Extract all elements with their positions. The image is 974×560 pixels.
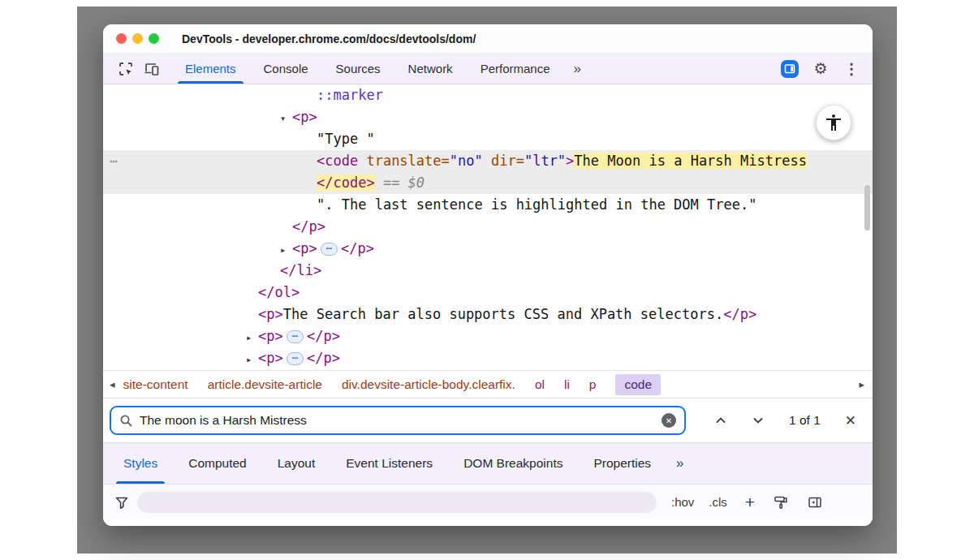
dom-attribute-value: "no"	[450, 153, 483, 169]
zoom-window-button[interactable]	[149, 33, 159, 44]
close-search-icon[interactable]: ✕	[845, 412, 856, 429]
disclosure-arrow-icon[interactable]: ▸	[246, 349, 258, 370]
tab-console[interactable]: Console	[250, 54, 322, 84]
search-highlight-tag: </code>	[317, 174, 375, 191]
settings-gear-icon[interactable]: ⚙	[808, 59, 834, 78]
breadcrumb-ol[interactable]: ol	[535, 377, 545, 392]
disclosure-arrow-icon[interactable]: ▾	[280, 108, 292, 130]
inline-expand-ellipsis-button[interactable]: ⋯	[321, 243, 338, 256]
dom-text: "Type "	[317, 131, 375, 147]
show-computed-sidebar-icon[interactable]	[807, 494, 823, 510]
style-filter-input[interactable]	[137, 492, 657, 513]
tab-layout[interactable]: Layout	[262, 443, 331, 484]
dom-tag: <code	[317, 153, 358, 169]
disclosure-arrow-icon[interactable]: ▸	[280, 239, 292, 261]
disclosure-arrow-icon[interactable]: ▸	[246, 327, 258, 349]
dom-tag: </li>	[280, 262, 321, 278]
breadcrumb-div-devsite-article-body-clearfix[interactable]: div.devsite-article-body.clearfix.	[342, 377, 515, 392]
breadcrumb-p[interactable]: p	[589, 377, 597, 392]
element-classes-button[interactable]: .cls	[709, 495, 727, 509]
dom-tree-node[interactable]: </li>	[103, 260, 873, 282]
paint-format-icon[interactable]	[773, 494, 789, 510]
close-window-button[interactable]	[116, 33, 127, 44]
vertical-scrollbar[interactable]	[864, 185, 870, 230]
dom-tag: </p>	[307, 328, 340, 344]
new-style-rule-button[interactable]: +	[745, 493, 755, 510]
search-icon	[119, 414, 133, 428]
more-sidebar-tabs-icon[interactable]: »	[666, 443, 693, 484]
inline-expand-ellipsis-button[interactable]: ⋯	[287, 330, 304, 343]
more-options-kebab-icon[interactable]: ⋮	[838, 60, 864, 78]
dom-tree-node[interactable]: ▸<p>⋯</p>	[103, 325, 873, 347]
tab-sources[interactable]: Sources	[322, 54, 394, 84]
inspect-element-icon[interactable]	[113, 54, 139, 84]
next-result-icon[interactable]	[752, 414, 765, 427]
window-title: DevTools - developer.chrome.com/docs/dev…	[182, 32, 476, 45]
filter-funnel-icon	[114, 495, 129, 510]
dom-tag: <p>	[258, 350, 283, 366]
dom-text: ". The last sentence is highlighted in t…	[317, 196, 756, 213]
previous-result-icon[interactable]	[714, 414, 727, 427]
tab-styles[interactable]: Styles	[108, 443, 173, 484]
dom-tree-node[interactable]: </ol>	[103, 282, 873, 304]
breadcrumb-bar: ◂ site-contentarticle.devsite-articlediv…	[103, 370, 873, 398]
breadcrumb-scroll-right-icon[interactable]: ▸	[859, 378, 864, 390]
tab-properties[interactable]: Properties	[578, 443, 666, 484]
devtools-toolbar: ElementsConsoleSourcesNetworkPerformance…	[103, 54, 873, 84]
dom-tag: >	[566, 153, 574, 169]
accessibility-overlay-button[interactable]	[816, 105, 851, 140]
tab-event-listeners[interactable]: Event Listeners	[330, 443, 448, 484]
dom-tag: <p>	[292, 109, 317, 125]
breadcrumb-site-content[interactable]: site-content	[123, 377, 188, 392]
search-text-field[interactable]	[140, 413, 662, 428]
more-panels-icon[interactable]: »	[564, 54, 591, 84]
dom-tag: </p>	[723, 306, 756, 322]
dom-pseudo-element: ::marker	[317, 87, 383, 103]
dock-side-icon[interactable]	[777, 60, 803, 78]
breadcrumb-li[interactable]: li	[564, 377, 570, 392]
sidebar-tabs: StylesComputedLayoutEvent ListenersDOM B…	[108, 443, 666, 484]
dom-tag: </p>	[341, 240, 374, 256]
screenshot-canvas: DevTools - developer.chrome.com/docs/dev…	[0, 0, 974, 560]
dom-search-bar: ✕ 1 of 1 ✕	[103, 398, 873, 443]
device-toolbar-icon[interactable]	[139, 54, 165, 84]
window-titlebar: DevTools - developer.chrome.com/docs/dev…	[103, 24, 873, 54]
minimize-window-button[interactable]	[132, 33, 143, 44]
dom-tree-node[interactable]: </code> == $0	[103, 172, 873, 194]
window-bottom-padding	[103, 519, 873, 526]
accessibility-icon	[824, 113, 843, 132]
dom-tree-node[interactable]: ". The last sentence is highlighted in t…	[103, 194, 873, 216]
dom-tag: </p>	[307, 350, 340, 366]
dom-tree-node[interactable]: ▸<p>⋯</p>	[103, 238, 873, 260]
toggle-element-state-button[interactable]: :hov	[671, 495, 694, 509]
breadcrumb: site-contentarticle.devsite-articlediv.d…	[123, 374, 662, 395]
tab-computed[interactable]: Computed	[173, 443, 262, 484]
node-options-ellipsis-icon[interactable]: ⋯	[110, 150, 118, 172]
dom-tree-node[interactable]: <p>The Search bar also supports CSS and …	[103, 304, 873, 325]
search-highlight-text: The Moon is a Harsh Mistress	[574, 153, 807, 169]
tab-dom-breakpoints[interactable]: DOM Breakpoints	[448, 443, 578, 484]
inline-expand-ellipsis-button[interactable]: ⋯	[287, 352, 304, 365]
dom-tree-node[interactable]: ⋯<code translate="no" dir="ltr">The Moon…	[103, 150, 873, 172]
breadcrumb-code[interactable]: code	[615, 374, 661, 395]
dom-tree-node[interactable]: </p>	[103, 216, 873, 238]
sidebar-tabs-bar: StylesComputedLayoutEvent ListenersDOM B…	[103, 443, 873, 484]
tab-elements[interactable]: Elements	[171, 54, 250, 84]
dom-tree-node[interactable]: ▸<p>⋯</p>	[103, 347, 873, 369]
tab-network[interactable]: Network	[394, 54, 467, 84]
dom-tag: <p>	[258, 328, 283, 344]
dom-tag: </p>	[292, 218, 325, 235]
breadcrumb-scroll-left-icon[interactable]: ◂	[110, 378, 115, 390]
clear-search-icon[interactable]: ✕	[662, 413, 676, 428]
breadcrumb-article-devsite-article[interactable]: article.devsite-article	[208, 377, 322, 392]
dom-tag: </ol>	[258, 284, 300, 300]
search-input[interactable]: ✕	[110, 406, 686, 435]
search-controls: 1 of 1 ✕	[714, 412, 873, 429]
tab-performance[interactable]: Performance	[467, 54, 564, 84]
dom-tree-node[interactable]: ::marker	[103, 84, 873, 106]
dom-tree-node[interactable]: "Type "	[103, 128, 873, 150]
dom-tag: <p>	[258, 306, 283, 322]
elements-tree-panel: ::marker▾<p>"Type "⋯<code translate="no"…	[103, 84, 873, 370]
panel-tabs: ElementsConsoleSourcesNetworkPerformance	[171, 54, 564, 84]
dom-tree-node[interactable]: ▾<p>	[103, 106, 873, 128]
